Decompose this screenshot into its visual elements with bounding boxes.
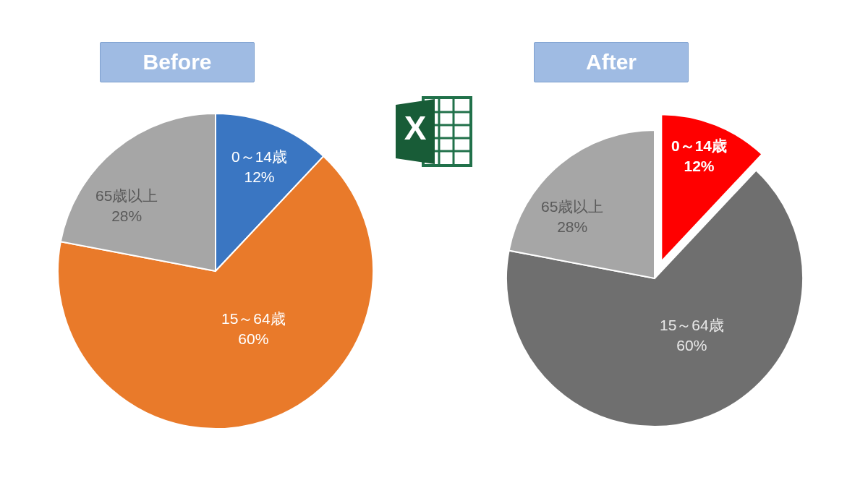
after-title-text: After [586,50,637,74]
after-title-pill: After [534,42,689,82]
slice-pct: 60% [221,329,286,349]
before-title-text: Before [142,50,211,74]
slice-pct: 12% [231,167,287,187]
slice-pct: 28% [95,206,158,226]
slice-name: 15～64歳 [221,309,286,329]
slice-pct: 60% [660,335,724,356]
after-pie-chart: 0～14歳 12% 15～64歳 60% 65歳以上 28% [492,108,817,434]
slice-name: 15～64歳 [660,315,724,335]
after-label-0-14: 0～14歳 12% [671,136,727,177]
slice-name: 65歳以上 [541,197,603,217]
after-label-65plus: 65歳以上 28% [541,197,603,238]
after-label-15-64: 15～64歳 60% [660,315,724,356]
before-title-pill: Before [100,42,255,82]
before-pie-slices [58,114,373,429]
chart-comparison: Before After X [0,0,868,488]
before-label-65plus: 65歳以上 28% [95,186,158,227]
after-pie-slices [506,114,803,427]
slice-name: 0～14歳 [231,147,287,167]
slice-pct: 12% [671,156,727,176]
svg-text:X: X [404,109,427,147]
excel-icon: X [391,92,477,171]
before-label-0-14: 0～14歳 12% [231,147,287,188]
before-label-15-64: 15～64歳 60% [221,309,286,350]
slice-name: 0～14歳 [671,136,727,156]
before-pie-chart: 0～14歳 12% 15～64歳 60% 65歳以上 28% [49,105,382,437]
slice-pct: 28% [541,217,603,237]
slice-name: 65歳以上 [95,186,158,206]
